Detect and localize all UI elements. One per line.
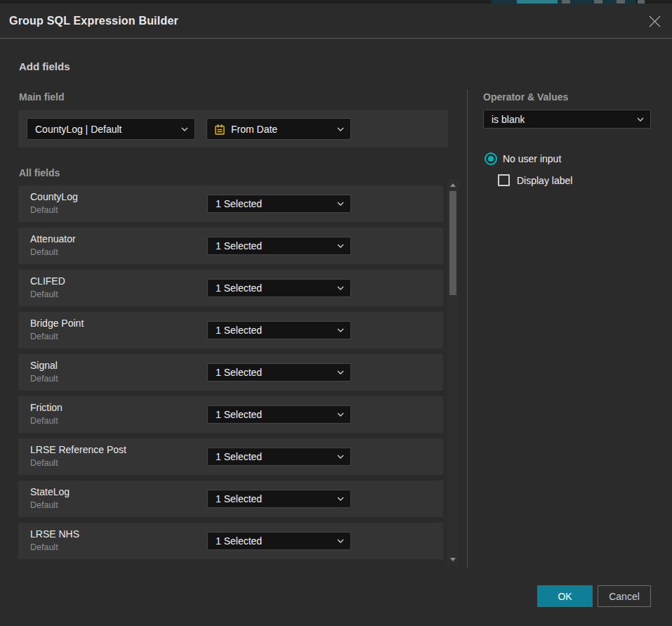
main-field-label: Main field — [19, 91, 65, 103]
field-subtitle: Default — [30, 289, 58, 299]
field-subtitle: Default — [30, 374, 58, 384]
no-user-input-radio[interactable] — [485, 152, 497, 165]
field-row-countylog[interactable]: CountyLog Default 1 Selected — [18, 185, 443, 222]
field-subtitle: Default — [30, 542, 58, 552]
list-scrollbar[interactable] — [447, 179, 459, 566]
chevron-down-icon — [337, 202, 344, 206]
dialog-header: Group SQL Expression Builder — [0, 4, 672, 39]
scrollbar-thumb[interactable] — [449, 191, 456, 295]
display-label-label: Display label — [517, 175, 572, 186]
field-selection-value: 1 Selected — [216, 451, 262, 462]
operator-values-label: Operator & Values — [483, 91, 568, 103]
main-field-select-value: CountyLog | Default — [35, 124, 122, 135]
group-sql-expression-builder-dialog: Group SQL Expression Builder Add fields … — [0, 4, 672, 626]
close-icon — [649, 15, 661, 27]
operator-select[interactable]: is blank — [483, 110, 651, 129]
field-selection-value: 1 Selected — [216, 282, 262, 294]
main-value-select[interactable]: From Date — [206, 118, 351, 140]
column-divider — [467, 89, 468, 568]
field-name: CountyLog — [30, 191, 78, 202]
field-row-signal[interactable]: Signal Default 1 Selected — [18, 354, 443, 391]
calendar-icon — [214, 124, 225, 136]
field-name: Bridge Point — [30, 318, 84, 329]
chevron-down-icon — [181, 127, 188, 131]
field-selection-select[interactable]: 1 Selected — [207, 532, 351, 550]
display-label-checkbox[interactable] — [498, 174, 510, 186]
field-selection-value: 1 Selected — [216, 535, 262, 547]
field-selection-value: 1 Selected — [216, 325, 262, 336]
no-user-input-label: No user input — [503, 153, 561, 164]
chevron-down-icon — [337, 497, 344, 501]
field-selection-select[interactable]: 1 Selected — [207, 321, 351, 339]
field-name: Attenuator — [30, 233, 76, 244]
field-selection-value: 1 Selected — [216, 367, 262, 378]
field-row-lrse-reference-post[interactable]: LRSE Reference Post Default 1 Selected — [18, 438, 443, 475]
field-name: LRSE Reference Post — [30, 444, 126, 455]
field-selection-select[interactable]: 1 Selected — [207, 363, 351, 382]
radio-selected-dot — [488, 156, 494, 162]
field-row-clifed[interactable]: CLIFED Default 1 Selected — [18, 270, 443, 306]
field-selection-select[interactable]: 1 Selected — [207, 490, 351, 508]
field-selection-select[interactable]: 1 Selected — [207, 195, 351, 213]
chevron-down-icon — [337, 244, 344, 248]
dialog-title: Group SQL Expression Builder — [9, 4, 178, 39]
main-value-select-value: From Date — [231, 124, 277, 135]
cancel-button[interactable]: Cancel — [598, 585, 651, 607]
field-name: LRSE NHS — [30, 528, 79, 540]
field-name: Friction — [30, 402, 62, 413]
add-fields-heading: Add fields — [19, 60, 70, 72]
scroll-up-icon[interactable] — [450, 183, 456, 187]
field-selection-select[interactable]: 1 Selected — [207, 405, 351, 424]
field-row-friction[interactable]: Friction Default 1 Selected — [18, 396, 443, 433]
chevron-down-icon — [637, 117, 644, 122]
field-subtitle: Default — [30, 500, 58, 510]
field-row-lrse-nhs[interactable]: LRSE NHS Default 1 Selected — [18, 523, 443, 559]
field-selection-select[interactable]: 1 Selected — [207, 279, 351, 297]
field-subtitle: Default — [30, 332, 58, 341]
field-subtitle: Default — [30, 205, 58, 215]
chevron-down-icon — [337, 286, 344, 290]
field-row-statelog[interactable]: StateLog Default 1 Selected — [18, 481, 443, 517]
ok-button[interactable]: OK — [537, 585, 593, 607]
screen: Group SQL Expression Builder Add fields … — [0, 0, 672, 626]
chevron-down-icon — [337, 370, 344, 374]
scroll-down-icon[interactable] — [450, 558, 456, 561]
field-selection-value: 1 Selected — [216, 198, 262, 209]
field-selection-value: 1 Selected — [216, 493, 262, 504]
field-subtitle: Default — [30, 458, 58, 468]
field-name: CLIFED — [30, 275, 65, 287]
operator-select-value: is blank — [492, 114, 525, 125]
field-selection-value: 1 Selected — [216, 240, 262, 252]
close-button[interactable] — [646, 13, 663, 30]
chevron-down-icon — [337, 455, 344, 459]
chevron-down-icon — [337, 328, 344, 332]
field-selection-value: 1 Selected — [216, 409, 262, 420]
field-selection-select[interactable]: 1 Selected — [207, 237, 351, 255]
chevron-down-icon — [337, 127, 344, 131]
chevron-down-icon — [337, 412, 344, 417]
field-name: Signal — [30, 360, 58, 371]
main-field-select[interactable]: CountyLog | Default — [27, 118, 195, 140]
chevron-down-icon — [337, 539, 344, 543]
field-subtitle: Default — [30, 416, 58, 426]
main-field-panel: CountyLog | Default From Date — [18, 110, 448, 148]
all-fields-label: All fields — [19, 167, 60, 178]
field-row-bridge-point[interactable]: Bridge Point Default 1 Selected — [18, 312, 443, 348]
field-name: StateLog — [30, 486, 70, 497]
field-subtitle: Default — [30, 247, 58, 257]
field-selection-select[interactable]: 1 Selected — [207, 448, 351, 466]
field-row-attenuator[interactable]: Attenuator Default 1 Selected — [18, 228, 443, 264]
